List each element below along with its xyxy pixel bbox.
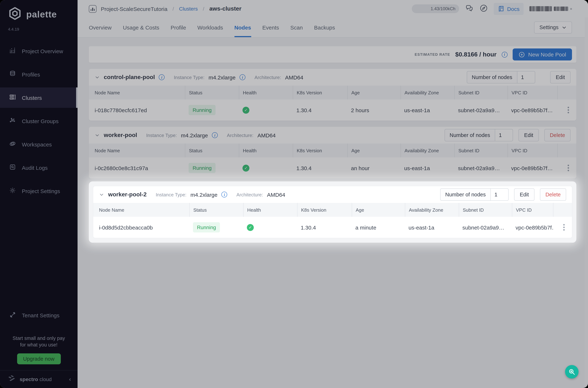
tab-nodes[interactable]: Nodes <box>234 18 251 37</box>
age: an hour <box>347 165 401 171</box>
sidebar-item-workspaces[interactable]: Workspaces <box>0 134 78 154</box>
pool-card-control-plane: control-plane-pool i Instance Type: m4.2… <box>89 69 576 121</box>
settings-button[interactable]: Settings <box>534 21 572 33</box>
edit-pool-button[interactable]: Edit <box>519 129 539 141</box>
pool-name: worker-pool-2 <box>108 191 147 198</box>
pool-name: worker-pool <box>104 132 137 138</box>
user-menu[interactable] <box>529 6 572 11</box>
vpc-id: vpc-0e89b5b7f… <box>512 224 553 230</box>
zoom-search-fab[interactable] <box>565 365 579 379</box>
architecture-label: Architecture: <box>254 74 281 80</box>
instance-type-info-icon[interactable]: i <box>240 74 245 80</box>
number-of-nodes-label: Number of nodes <box>440 188 491 201</box>
book-icon <box>498 5 505 12</box>
status-badge: Running <box>189 163 216 173</box>
number-of-nodes-input[interactable] <box>495 129 513 141</box>
tab-scan[interactable]: Scan <box>290 18 303 37</box>
availability-zone: us-east-1a <box>405 224 459 230</box>
new-node-pool-label: New Node Pool <box>528 51 566 58</box>
edit-pool-button[interactable]: Edit <box>550 71 570 83</box>
vpc-id: vpc-0e89b5b7f… <box>508 107 557 113</box>
chat-button[interactable] <box>465 4 474 14</box>
sidebar-item-tenant-settings[interactable]: Tenant Settings <box>0 305 78 326</box>
tab-workloads[interactable]: Workloads <box>197 18 223 37</box>
col-k8s-version: K8s Version <box>297 203 352 217</box>
usage-meter-badge[interactable]: 1.43/100kCh <box>412 4 459 13</box>
docs-label: Docs <box>507 6 520 12</box>
node-name: i-0c2680c0e8c31c97a <box>95 165 185 171</box>
age: 2 hours <box>347 107 401 113</box>
sidebar-item-cluster-groups[interactable]: Cluster Groups <box>0 111 78 131</box>
node-name: i-0d8d5d2cbbeacca0b <box>99 224 189 230</box>
instance-type-value: m4.2xlarge <box>181 132 208 138</box>
sidebar-item-project-overview[interactable]: Project Overview <box>0 41 78 61</box>
promo-line-2: for what you use! <box>0 342 78 348</box>
instance-type-label: Instance Type: <box>146 132 177 138</box>
node-name: i-018c7780ecfc617ed <box>95 107 185 113</box>
sidebar-item-audit-logs[interactable]: Audit Logs <box>0 157 78 178</box>
tab-profile[interactable]: Profile <box>171 18 186 37</box>
cluster-tabs: Overview Usage & Costs Profile Workloads… <box>78 18 588 38</box>
edit-pool-button[interactable]: Edit <box>514 188 535 201</box>
number-of-nodes-input[interactable] <box>491 188 509 201</box>
compass-icon <box>479 4 488 13</box>
col-subnet-id: Subnet ID <box>454 144 508 157</box>
col-subnet-id: Subnet ID <box>459 203 512 217</box>
tab-overview[interactable]: Overview <box>89 18 112 37</box>
new-node-pool-button[interactable]: New Node Pool <box>513 48 572 60</box>
orbit-icon <box>9 140 16 148</box>
table-row: i-018c7780ecfc617ed Running ✓ 1.30.4 2 h… <box>89 99 576 121</box>
tab-events[interactable]: Events <box>262 18 279 37</box>
upgrade-now-button[interactable]: Upgrade now <box>17 353 61 364</box>
age: a minute <box>352 224 405 230</box>
chevron-down-icon[interactable] <box>95 75 100 80</box>
instance-type-info-icon[interactable]: i <box>222 192 227 197</box>
tab-backups[interactable]: Backups <box>314 18 335 37</box>
pool-controls: Number of nodes Edit Delete <box>445 129 570 141</box>
logo-row: palette <box>0 0 78 22</box>
pool-card-worker-pool-2: worker-pool-2 Instance Type: m4.2xlarge … <box>93 186 572 238</box>
availability-zone: us-east-1a <box>401 165 454 171</box>
tab-usage-costs[interactable]: Usage & Costs <box>123 18 159 37</box>
sidebar-item-label: Audit Logs <box>22 165 48 171</box>
collapse-sidebar-icon[interactable]: ‹ <box>69 376 71 383</box>
delete-pool-button[interactable]: Delete <box>540 188 566 201</box>
vpc-id: vpc-0e89b5b7f… <box>508 165 557 171</box>
breadcrumb-cluster-name: aws-cluster <box>209 5 241 12</box>
magnifier-zoom-icon <box>568 368 576 376</box>
sidebar-item-clusters[interactable]: Clusters <box>0 87 78 108</box>
docs-button[interactable]: Docs <box>494 3 523 15</box>
col-age: Age <box>347 144 401 157</box>
sidebar-item-label: Cluster Groups <box>22 118 59 124</box>
network-icon <box>9 117 16 125</box>
row-menu-kebab-icon[interactable] <box>562 223 566 232</box>
subnet-id: subnet-02a9a9… <box>454 165 508 171</box>
number-of-nodes-input[interactable] <box>517 71 535 83</box>
row-menu-kebab-icon[interactable] <box>566 105 570 115</box>
sidebar-item-profiles[interactable]: Profiles <box>0 64 78 85</box>
pool-info-icon[interactable]: i <box>159 74 165 80</box>
instance-type-info-icon[interactable]: i <box>212 132 218 138</box>
bar-chart-icon <box>9 47 16 55</box>
row-menu-kebab-icon[interactable] <box>566 163 570 173</box>
col-availability-zone: Availability Zone <box>401 86 454 99</box>
help-compass-button[interactable] <box>479 4 488 13</box>
rate-info-icon[interactable]: i <box>502 51 508 57</box>
breadcrumb-project[interactable]: Project-ScaleSecureTutoria <box>101 6 167 12</box>
number-of-nodes-group: Number of nodes <box>440 188 509 201</box>
chevron-down-icon[interactable] <box>99 192 104 197</box>
tour-spotlight: worker-pool-2 Instance Type: m4.2xlarge … <box>89 181 576 243</box>
delete-pool-button[interactable]: Delete <box>544 129 570 141</box>
scrollbar-track[interactable] <box>585 18 588 388</box>
sidebar-item-label: Tenant Settings <box>22 312 60 318</box>
plus-circle-icon <box>519 51 525 58</box>
col-age: Age <box>352 203 405 217</box>
col-health: Health <box>239 86 293 99</box>
sidebar-item-label: Workspaces <box>22 141 52 147</box>
breadcrumb-clusters-link[interactable]: Clusters <box>179 6 198 12</box>
sidebar-item-project-settings[interactable]: Project Settings <box>0 181 78 201</box>
col-vpc-id: VPC ID <box>512 203 553 217</box>
col-vpc-id: VPC ID <box>508 144 557 157</box>
col-node-name: Node Name <box>95 144 185 157</box>
chevron-down-icon[interactable] <box>95 133 100 138</box>
